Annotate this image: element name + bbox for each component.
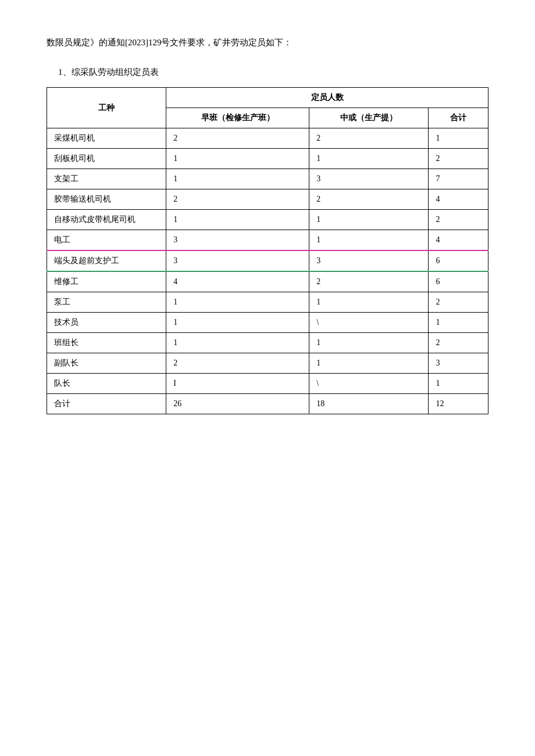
cell-mid: 1	[309, 292, 429, 313]
cell-mid: 3	[309, 250, 429, 271]
col-early-header: 早班（检修生产班）	[166, 108, 309, 128]
cell-mid: 1	[309, 149, 429, 169]
cell-job: 技术员	[47, 313, 166, 333]
cell-early: 3	[166, 250, 309, 271]
table-row: 技术员 1 \ 1	[47, 313, 488, 333]
cell-mid: \	[309, 374, 429, 394]
table-row: 队长 I \ 1	[47, 374, 488, 394]
table-row: 刮板机司机 1 1 2	[47, 149, 488, 169]
cell-early: 4	[166, 271, 309, 292]
cell-total: 2	[429, 149, 488, 169]
cell-early: 1	[166, 169, 309, 189]
col-total-header: 合计	[429, 108, 488, 128]
table-row: 泵工 1 1 2	[47, 292, 488, 313]
cell-job: 合计	[47, 394, 166, 414]
table-row: 维修工 4 2 6	[47, 271, 488, 292]
col-job-header: 工种	[47, 88, 166, 128]
cell-early: 1	[166, 149, 309, 169]
cell-early: 2	[166, 128, 309, 149]
table-row: 班组长 1 1 2	[47, 333, 488, 353]
col-mid-header: 中或（生产提）	[309, 108, 429, 128]
cell-job: 队长	[47, 374, 166, 394]
cell-total: 1	[429, 128, 488, 149]
staffing-table: 工种 定员人数 早班（检修生产班） 中或（生产提） 合计 采煤机司机 2 2 1…	[47, 87, 488, 414]
cell-job: 支架工	[47, 169, 166, 189]
cell-early: I	[166, 374, 309, 394]
cell-total: 3	[429, 353, 488, 374]
table-row: 采煤机司机 2 2 1	[47, 128, 488, 149]
cell-early: 26	[166, 394, 309, 414]
cell-mid: 2	[309, 189, 429, 210]
cell-job: 维修工	[47, 271, 166, 292]
cell-total: 1	[429, 374, 488, 394]
table-row: 合计 26 18 12	[47, 394, 488, 414]
cell-early: 2	[166, 189, 309, 210]
table-row: 端头及超前支护工 3 3 6	[47, 250, 488, 271]
cell-total: 1	[429, 313, 488, 333]
cell-job: 胶带输送机司机	[47, 189, 166, 210]
cell-mid: 2	[309, 271, 429, 292]
cell-mid: 3	[309, 169, 429, 189]
cell-total: 6	[429, 250, 488, 271]
cell-total: 2	[429, 292, 488, 313]
cell-total: 2	[429, 333, 488, 353]
table-row: 电工 3 1 4	[47, 230, 488, 251]
cell-total: 4	[429, 189, 488, 210]
header-row-main: 工种 定员人数	[47, 88, 488, 108]
cell-mid: \	[309, 313, 429, 333]
cell-job: 刮板机司机	[47, 149, 166, 169]
cell-total: 12	[429, 394, 488, 414]
cell-total: 4	[429, 230, 488, 251]
cell-mid: 1	[309, 353, 429, 374]
cell-job: 副队长	[47, 353, 166, 374]
cell-job: 端头及超前支护工	[47, 250, 166, 271]
cell-mid: 1	[309, 230, 429, 251]
section-title: 1、综采队劳动组织定员表	[58, 67, 488, 78]
cell-job: 泵工	[47, 292, 166, 313]
cell-total: 7	[429, 169, 488, 189]
cell-total: 2	[429, 210, 488, 230]
table-row: 自移动式皮带机尾司机 1 1 2	[47, 210, 488, 230]
cell-early: 1	[166, 313, 309, 333]
cell-mid: 1	[309, 210, 429, 230]
cell-early: 1	[166, 292, 309, 313]
cell-early: 1	[166, 210, 309, 230]
intro-text: 数限员规定》的通知[2023]129号文件要求，矿井劳动定员如下：	[47, 35, 488, 51]
cell-mid: 2	[309, 128, 429, 149]
col-count-header: 定员人数	[166, 88, 488, 108]
cell-early: 1	[166, 333, 309, 353]
cell-job: 采煤机司机	[47, 128, 166, 149]
cell-early: 3	[166, 230, 309, 251]
cell-total: 6	[429, 271, 488, 292]
cell-job: 自移动式皮带机尾司机	[47, 210, 166, 230]
table-row: 胶带输送机司机 2 2 4	[47, 189, 488, 210]
table-row: 支架工 1 3 7	[47, 169, 488, 189]
cell-mid: 1	[309, 333, 429, 353]
cell-job: 电工	[47, 230, 166, 251]
cell-early: 2	[166, 353, 309, 374]
table-row: 副队长 2 1 3	[47, 353, 488, 374]
cell-mid: 18	[309, 394, 429, 414]
cell-job: 班组长	[47, 333, 166, 353]
